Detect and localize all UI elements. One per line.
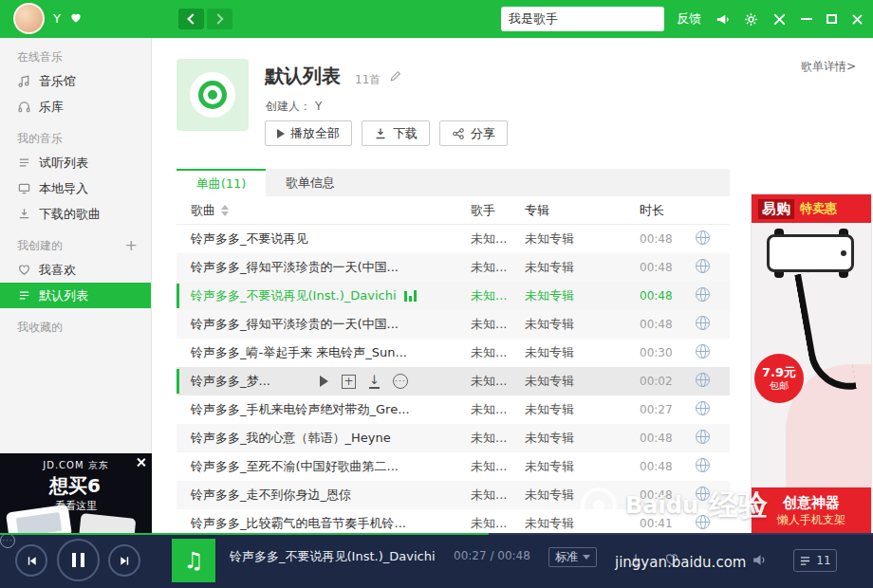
table-row[interactable]: 铃声多多_得知平淡珍贵的一天(中国... 未知... 未知专辑 00:48 <box>176 310 730 339</box>
table-row[interactable]: 铃声多多_我的心意（韩语）_Heyne 未知... 未知专辑 00:48 <box>176 424 730 452</box>
previous-icon <box>26 555 38 567</box>
chevron-left-icon <box>187 13 197 24</box>
now-playing-title: 铃声多多_不要说再见(Inst.)_Davichi <box>230 548 436 565</box>
song-artist: 未知... <box>471 259 525 276</box>
ad-close-icon[interactable] <box>135 456 147 469</box>
player-download-icon[interactable] <box>628 552 643 567</box>
playlist-cover <box>176 59 249 131</box>
table-row[interactable]: 铃声多多_不要说再见 未知... 未知专辑 00:48 <box>176 225 730 253</box>
maximize-button[interactable] <box>827 14 837 24</box>
volume-icon[interactable] <box>752 552 768 568</box>
song-duration: 00:48 <box>640 232 692 246</box>
source-globe-icon <box>696 515 710 529</box>
creator-name: Y <box>315 100 322 113</box>
row-download-icon[interactable]: ↓ <box>369 374 380 389</box>
table-row[interactable]: 铃声多多_至死不渝(中国好歌曲第二... 未知... 未知专辑 00:48 <box>176 452 730 481</box>
sidebar-item-music-hall[interactable]: 音乐馆 <box>0 68 151 94</box>
sidebar-item-library[interactable]: 乐库 <box>0 94 151 119</box>
ad-headline: 想买6 <box>49 473 101 499</box>
song-duration: 00:48 <box>640 432 692 445</box>
play-all-label: 播放全部 <box>290 125 340 142</box>
tab-playlist-info[interactable]: 歌单信息 <box>266 169 355 196</box>
song-duration: 00:48 <box>640 318 692 331</box>
sidebar-item-local-import[interactable]: 本地导入 <box>0 175 151 201</box>
close-button[interactable] <box>851 13 864 26</box>
player-favorite-icon[interactable] <box>664 552 679 567</box>
table-row[interactable]: 铃声多多_得知平淡珍贵的一天(中国... 未知... 未知专辑 00:48 <box>176 253 730 282</box>
quality-label: 标准 <box>555 549 578 565</box>
song-album: 未知专辑 <box>525 430 640 447</box>
gear-icon[interactable] <box>744 12 758 27</box>
song-duration: 00:48 <box>640 488 692 502</box>
share-button[interactable]: 分享 <box>439 120 508 146</box>
playlist-details-link[interactable]: 歌单详情> <box>801 59 856 75</box>
search-input[interactable] <box>509 12 670 27</box>
sidebar-item-favorites[interactable]: 我喜欢 <box>0 257 151 283</box>
play-all-button[interactable]: 播放全部 <box>265 120 352 146</box>
sidebar-item-listen-list[interactable]: 试听列表 <box>0 150 151 175</box>
queue-list-icon <box>799 555 811 567</box>
sidebar-item-label: 本地导入 <box>39 180 88 197</box>
row-more-icon[interactable]: ··· <box>393 374 408 389</box>
jd-ad-banner[interactable]: JD.COM 京东 想买6 看看这里 <box>0 453 152 533</box>
sidebar-item-downloaded[interactable]: 下载的歌曲 <box>0 201 151 227</box>
source-globe-icon <box>696 230 710 245</box>
download-label: 下载 <box>393 125 418 142</box>
row-play-icon[interactable] <box>320 376 328 387</box>
tab-songs[interactable]: 单曲(11) <box>176 169 266 196</box>
search-box <box>501 7 664 31</box>
player-more-icon[interactable]: ··· <box>0 533 15 548</box>
ad-subline: 看看这里 <box>55 499 97 513</box>
download-button[interactable]: 下载 <box>362 120 430 146</box>
table-row[interactable]: 铃声多多_手机来电铃声绝对带劲_Gre... 未知... 未知专辑 00:27 <box>176 395 730 424</box>
minimize-button[interactable] <box>801 18 812 20</box>
feedback-link[interactable]: 反馈 <box>677 10 701 28</box>
back-button[interactable] <box>178 9 204 29</box>
song-album: 未知专辑 <box>525 287 640 304</box>
ad-tagline: 特卖惠 <box>800 200 837 217</box>
progress-bar[interactable] <box>0 533 873 535</box>
play-queue-button[interactable]: 11 <box>793 549 837 572</box>
next-button[interactable] <box>108 544 140 577</box>
table-row[interactable]: 铃声多多_走不到你身边_恩倞 未知... 未知专辑 00:48 <box>176 481 730 509</box>
tools-icon[interactable] <box>772 12 787 27</box>
song-artist: 未知... <box>471 344 525 361</box>
ad-price-badge: 7.9元 包邮 <box>754 354 804 403</box>
ad-price: 7.9元 <box>762 365 796 380</box>
pause-button[interactable] <box>57 539 100 581</box>
quality-selector[interactable]: 标准 <box>548 547 597 567</box>
avatar[interactable] <box>13 3 45 34</box>
right-ad-banner[interactable]: 易购 特卖惠 7.9元 包邮 创意神器 懒人手机支架 <box>752 194 871 533</box>
now-playing-thumb[interactable]: ♫ <box>172 539 215 582</box>
edit-pencil-icon[interactable] <box>389 69 402 83</box>
player-bar: ♫ 铃声多多_不要说再见(Inst.)_Davichi 00:27 / 00:4… <box>0 533 873 588</box>
monitor-icon <box>17 181 31 195</box>
song-artist: 未知... <box>471 373 525 390</box>
song-duration: 00:41 <box>640 517 692 530</box>
row-add-icon[interactable]: + <box>342 375 356 389</box>
sidebar-header-created: 我创建的 + <box>0 234 151 257</box>
header-album: 专辑 <box>525 202 640 219</box>
table-row[interactable]: 铃声多多_比较霸气的电音节奏手机铃... 未知... 未知专辑 00:41 <box>176 509 730 533</box>
queue-count: 11 <box>816 554 830 567</box>
next-icon <box>119 555 131 567</box>
song-title: 铃声多多_手机来电铃声绝对带劲_Gre... <box>191 401 410 418</box>
source-globe-icon <box>696 458 710 472</box>
song-album: 未知专辑 <box>525 487 640 504</box>
add-playlist-button[interactable]: + <box>125 238 138 253</box>
page-title: 默认列表 <box>265 64 341 89</box>
song-artist: 未知... <box>471 515 525 532</box>
sort-icon[interactable] <box>221 205 229 216</box>
forward-button[interactable] <box>207 9 232 29</box>
previous-button[interactable] <box>15 544 47 577</box>
table-row-playing[interactable]: 铃声多多_不要说再见(Inst.)_Davichi 未知... 未知专辑 00:… <box>176 282 730 310</box>
sidebar-item-label: 乐库 <box>39 99 64 116</box>
sidebar: 在线音乐 音乐馆 乐库 我的音乐 试听列表 本地导入 下载的歌曲 我创建的 + … <box>0 38 152 533</box>
song-duration: 00:48 <box>640 289 692 303</box>
sidebar-item-label: 我喜欢 <box>39 262 76 279</box>
music-note-icon: ♫ <box>183 547 204 574</box>
table-row-hovered[interactable]: 铃声多多_梦... + ↓ ··· 未知... 未知专辑 00:02 <box>176 367 730 395</box>
table-row[interactable]: 铃声多多_嗬-举起手来 来电铃声_Sun... 未知... 未知专辑 00:30 <box>176 339 730 367</box>
sidebar-item-default-list[interactable]: 默认列表 <box>0 283 151 308</box>
horn-icon[interactable] <box>715 12 730 27</box>
